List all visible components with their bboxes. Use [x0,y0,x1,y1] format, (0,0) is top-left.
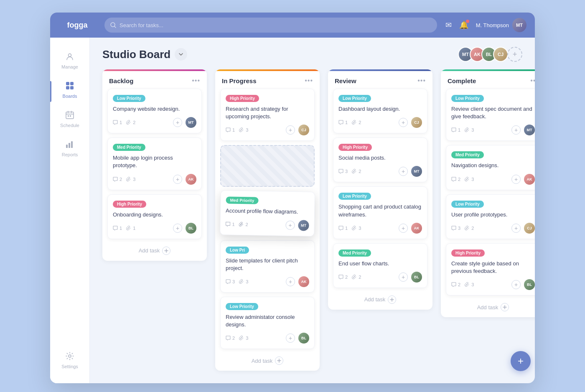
sidebar-item-reports[interactable]: Reports [50,134,89,163]
search-bar[interactable]: Search for tasks... [104,18,437,33]
add-task-icon [501,303,509,311]
in-progress-cards: High Priority Research and strategy for … [215,89,320,349]
priority-badge: Low Priority [226,303,258,310]
card-avatar: CJ [298,125,309,135]
card-social-media: High Priority Social media posts. 3 2 [333,137,427,182]
top-nav: fogga Search for tasks... ✉ 🔔 M. Thompso… [50,13,535,38]
add-task-label: Add task [252,358,273,364]
card-title: Onboarding designs. [113,211,196,219]
in-progress-menu[interactable]: ••• [305,77,313,84]
member-avatars: MT AK BL CJ + [458,47,522,62]
card-add-button[interactable]: + [399,224,408,233]
card-add-button[interactable]: + [399,272,408,282]
svg-rect-3 [66,82,69,85]
card-add-button[interactable]: + [173,175,182,184]
card-avatar: MT [298,220,309,231]
boards-icon [65,81,74,92]
card-actions: + MT [173,117,196,128]
svg-rect-4 [70,82,74,85]
card-attachments: 2 [239,222,248,227]
review-menu[interactable]: ••• [417,77,426,84]
card-comments: 1 [338,120,348,125]
column-in-progress: In Progress ••• High Priority Research a… [215,69,320,371]
card-avatar: BL [186,223,196,234]
column-complete: Complete ••• Low Priority Review client … [441,69,535,317]
complete-menu[interactable]: ••• [530,77,535,84]
card-avatar: AK [298,276,309,287]
card-comments: 1 [226,127,235,132]
card-avatar: CJ [411,117,422,128]
card-actions: + BL [399,272,422,283]
board-dropdown-button[interactable] [175,48,187,61]
card-add-button[interactable]: + [511,224,521,233]
schedule-icon [65,110,74,121]
user-profile[interactable]: M. Thompson MT [476,18,526,32]
card-title: User profile prototypes. [451,211,535,219]
card-comments: 3 [451,226,460,231]
backlog-header: Backlog ••• [102,71,207,89]
fab-add-button[interactable]: + [511,351,531,371]
svg-rect-12 [70,115,71,117]
active-indicator [50,81,51,101]
card-actions: + CJ [511,223,535,234]
card-add-button[interactable]: + [399,118,408,127]
card-title: Review administator console designs. [226,313,309,328]
add-task-in-progress[interactable]: Add task [215,351,320,371]
card-avatar: BL [298,333,309,344]
notifications-icon[interactable]: 🔔 [459,20,468,30]
card-attachments: 1 [126,226,135,231]
priority-badge: Med Priority [226,197,258,204]
add-task-label: Add task [477,304,499,311]
add-task-review[interactable]: Add task [328,290,432,310]
sidebar-item-boards[interactable]: Boards [50,75,89,104]
card-title: Slide templates for client pitch project… [226,257,309,272]
card-add-button[interactable]: + [286,277,295,286]
priority-badge: Low Priority [451,201,484,208]
nav-right: ✉ 🔔 M. Thompson MT [445,18,526,32]
card-add-button[interactable]: + [285,221,295,230]
member-avatar-4[interactable]: CJ [493,47,508,62]
card-attachments: 3 [126,177,135,182]
card-add-button[interactable]: + [173,224,182,233]
card-comments: 1 [113,120,122,125]
user-avatar: MT [512,18,526,32]
card-comments: 1 [338,226,348,231]
svg-point-16 [69,355,71,357]
sidebar-item-settings[interactable]: Settings [50,346,89,375]
user-name: M. Thompson [476,22,509,28]
card-add-button[interactable]: + [286,333,295,343]
card-add-button[interactable]: + [511,175,521,184]
in-progress-header: In Progress ••• [215,71,320,89]
card-comments: 3 [226,279,235,284]
svg-rect-15 [71,141,73,148]
card-add-button[interactable]: + [399,167,408,176]
card-actions: + CJ [399,117,422,128]
card-add-button[interactable]: + [511,280,521,289]
card-add-button[interactable]: + [511,125,521,135]
reports-icon [65,140,74,150]
card-avatar: MT [186,117,196,128]
card-drag-placeholder [220,145,315,187]
add-member-button[interactable]: + [507,47,522,62]
card-style-guide: High Priority Create style guide based o… [446,243,535,295]
app-window: fogga Search for tasks... ✉ 🔔 M. Thompso… [50,13,535,383]
card-user-profile: Low Priority User profile prototypes. 3 … [446,194,535,239]
card-attachments: 2 [126,120,135,125]
card-add-button[interactable]: + [286,125,295,135]
sidebar-item-schedule[interactable]: Schedule [50,104,89,134]
manage-label: Manage [61,64,78,69]
priority-badge: High Priority [338,144,372,151]
sidebar-item-manage[interactable]: Manage [50,46,89,75]
card-actions: + MT [285,220,309,231]
svg-rect-6 [70,86,74,89]
svg-rect-11 [68,115,69,117]
backlog-menu[interactable]: ••• [192,77,200,84]
add-task-backlog[interactable]: Add task [102,241,207,261]
card-actions: + MT [399,166,422,177]
mail-icon[interactable]: ✉ [445,20,452,30]
card-footer: 1 2 + MT [113,117,196,128]
card-add-button[interactable]: + [173,118,182,127]
card-navigation: Med Priority Navigation designs. 2 3 [446,145,535,190]
add-task-complete[interactable]: Add task [441,297,535,317]
svg-rect-5 [66,86,69,89]
